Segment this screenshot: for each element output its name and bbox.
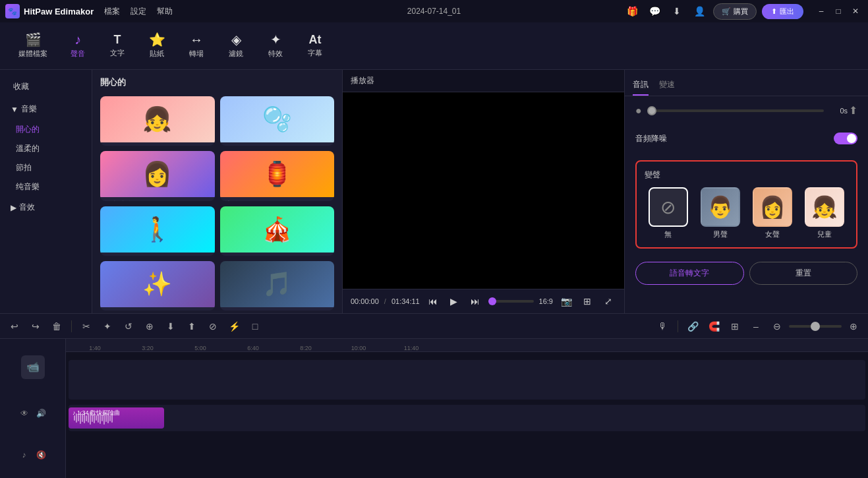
redo-button[interactable]: ↪ bbox=[26, 317, 45, 336]
fullscreen-tl-button[interactable]: □ bbox=[246, 317, 264, 336]
music-card-4[interactable]: 🏮 童真探險 01:54 ⬇ bbox=[220, 151, 335, 200]
toolbar-text[interactable]: T 文字 bbox=[98, 30, 137, 62]
toolbar-subtitle[interactable]: At 字幕 bbox=[295, 30, 335, 62]
slider-stepper[interactable]: ⬆ bbox=[849, 104, 857, 117]
music-card-5[interactable]: 🚶 快樂漩渦 01:45 ⬇ bbox=[100, 206, 215, 256]
magnet-button[interactable]: 🧲 bbox=[705, 317, 723, 336]
denoise-toggle[interactable] bbox=[834, 133, 857, 144]
voice-option-female[interactable]: 👩 女聲 bbox=[749, 187, 796, 239]
export-button[interactable]: ⬆ 匯出 bbox=[762, 4, 803, 19]
tab-audio[interactable]: 音訊 bbox=[633, 75, 649, 96]
music-card-7[interactable]: ✨ 閃耀節奏 bbox=[100, 261, 215, 311]
music-card-3[interactable]: 👩 創新之聲 01:46 ⬇ bbox=[100, 151, 215, 200]
cut-button[interactable]: ✂ bbox=[77, 317, 96, 336]
move-down-button[interactable]: ⬇ bbox=[161, 317, 180, 336]
toolbar-audio-label: 聲音 bbox=[71, 49, 85, 59]
music-card-6[interactable]: 🎪 歡樂遊戲無限 01:00 ⬇ bbox=[220, 206, 335, 256]
voice-avatar-male: 👨 bbox=[701, 187, 740, 227]
audio-track[interactable]: ♪ 1:34 歡快探險曲 bbox=[69, 405, 865, 431]
music-card-info-3: 創新之聲 01:46 ⬇ bbox=[100, 197, 215, 200]
toolbar-media[interactable]: 🎬 媒體檔案 bbox=[8, 29, 58, 63]
voice-avatar-child: 👧 bbox=[805, 187, 844, 227]
prev-frame-button[interactable]: ⏮ bbox=[425, 293, 441, 309]
menu-settings[interactable]: 設定 bbox=[130, 6, 146, 17]
maximize-button[interactable]: □ bbox=[831, 4, 846, 18]
voice-option-male[interactable]: 👨 男聲 bbox=[697, 187, 743, 239]
sidebar-item-favorites[interactable]: 收藏 bbox=[3, 76, 89, 98]
gift-icon[interactable]: 🎁 bbox=[623, 3, 641, 20]
seeker-thumb bbox=[488, 297, 496, 305]
music-card-2[interactable]: 🫧 童趣時光聲 01:03 ⬇ bbox=[220, 96, 335, 146]
ruler-mark-2: 5:00 bbox=[174, 345, 227, 351]
play-button[interactable]: ▶ bbox=[446, 293, 462, 309]
zoom-out-button[interactable]: ⊖ bbox=[768, 317, 786, 336]
move-up-button[interactable]: ⬆ bbox=[183, 317, 201, 336]
toolbar-sticker[interactable]: ⭐ 貼紙 bbox=[137, 29, 177, 63]
volume-slider[interactable] bbox=[647, 109, 824, 112]
eye-icon[interactable]: 👁 bbox=[17, 406, 32, 421]
music-thumb-5: 🚶 bbox=[100, 206, 215, 253]
sidebar-sub-gentle[interactable]: 溫柔的 bbox=[0, 139, 92, 158]
music-thumb-8: 🎵 bbox=[220, 261, 335, 307]
sidebar-sub-pure[interactable]: 纯音樂 bbox=[0, 177, 92, 196]
sidebar-sub-rhythm[interactable]: 節拍 bbox=[0, 158, 92, 177]
minus-button[interactable]: – bbox=[747, 317, 765, 336]
split-view-button[interactable]: ⊞ bbox=[726, 317, 744, 336]
music-card-info-8: 歌德魔曲 bbox=[220, 307, 335, 311]
sidebar-item-music[interactable]: ▼ 音樂 bbox=[0, 98, 92, 120]
preview-seeker[interactable] bbox=[488, 300, 534, 303]
message-icon[interactable]: 💬 bbox=[646, 3, 663, 20]
audio-record-button[interactable]: 🎙 bbox=[654, 317, 672, 336]
audio-clip[interactable]: ♪ 1:34 歡快探險曲 bbox=[69, 407, 164, 429]
app-name: HitPaw Edimakor bbox=[24, 7, 94, 16]
title-center: 2024-07-14_01 bbox=[407, 7, 461, 16]
account-icon[interactable]: 👤 bbox=[691, 3, 708, 20]
tab-speed[interactable]: 變速 bbox=[659, 75, 675, 96]
voice-option-none[interactable]: ⊘ 無 bbox=[645, 187, 691, 239]
preview-video[interactable] bbox=[343, 92, 624, 289]
video-track-icon[interactable]: 📹 bbox=[21, 355, 45, 379]
close-button[interactable]: ✕ bbox=[848, 4, 863, 18]
fullscreen-icon[interactable]: ⤢ bbox=[600, 293, 616, 309]
zoom-slider[interactable] bbox=[789, 325, 842, 328]
toolbar-filter[interactable]: ◈ 濾鏡 bbox=[216, 29, 256, 63]
toolbar-transition[interactable]: ↔ 轉場 bbox=[177, 29, 216, 63]
minimize-button[interactable]: – bbox=[814, 4, 828, 18]
audio-icon-left[interactable]: ♪ bbox=[17, 448, 32, 462]
zoom-in-button[interactable]: ⊕ bbox=[844, 317, 863, 336]
toolbar-audio[interactable]: ♪ 聲音 bbox=[58, 29, 98, 63]
crop-icon[interactable]: ⊞ bbox=[579, 293, 595, 309]
download-icon[interactable]: ⬇ bbox=[668, 3, 685, 20]
camera-icon[interactable]: 📷 bbox=[558, 293, 574, 309]
next-frame-button[interactable]: ⏭ bbox=[467, 293, 483, 309]
add-button[interactable]: ⊕ bbox=[140, 317, 159, 336]
audio-track-left: ♪ 🔇 bbox=[17, 448, 49, 462]
toolbar-sticker-label: 貼紙 bbox=[150, 49, 164, 59]
volume-icon[interactable]: 🔊 bbox=[34, 406, 49, 421]
undo-button[interactable]: ↩ bbox=[5, 317, 24, 336]
reset-button[interactable]: 重置 bbox=[749, 262, 858, 285]
crop-tl-button[interactable]: ⊘ bbox=[204, 317, 222, 336]
rotate-button[interactable]: ↺ bbox=[119, 317, 138, 336]
music-card-8[interactable]: 🎵 歌德魔曲 bbox=[220, 261, 335, 311]
toolbar-effect[interactable]: ✦ 特效 bbox=[256, 29, 295, 63]
split-button[interactable]: ✦ bbox=[98, 317, 117, 336]
sidebar-sub-happy[interactable]: 開心的 bbox=[0, 120, 92, 139]
video-track[interactable] bbox=[69, 360, 865, 400]
music-card-info-2: 童趣時光聲 01:03 ⬇ bbox=[220, 142, 335, 146]
voice-to-text-button[interactable]: 語音轉文字 bbox=[635, 262, 744, 285]
right-tabs: 音訊 變速 bbox=[625, 70, 868, 96]
no-voice-icon: ⊘ bbox=[660, 196, 676, 218]
delete-button[interactable]: 🗑 bbox=[47, 317, 66, 336]
app-logo: 🐾 HitPaw Edimakor bbox=[5, 4, 94, 18]
audio-clip-label: ♪ 1:34 歡快探險曲 bbox=[72, 409, 120, 417]
menu-file[interactable]: 檔案 bbox=[104, 6, 120, 17]
auto-button[interactable]: ⚡ bbox=[225, 317, 243, 336]
sidebar-item-sfx[interactable]: ▶ 音效 bbox=[0, 196, 92, 218]
voice-option-child[interactable]: 👧 兒童 bbox=[801, 187, 848, 239]
purchase-button[interactable]: 🛒 購買 bbox=[713, 3, 757, 20]
menu-help[interactable]: 幫助 bbox=[157, 6, 173, 17]
music-card-1[interactable]: 👧 歡快探險曲 01:34 bbox=[100, 96, 215, 146]
audio-mute-icon[interactable]: 🔇 bbox=[34, 448, 49, 462]
link-button[interactable]: 🔗 bbox=[683, 317, 702, 336]
